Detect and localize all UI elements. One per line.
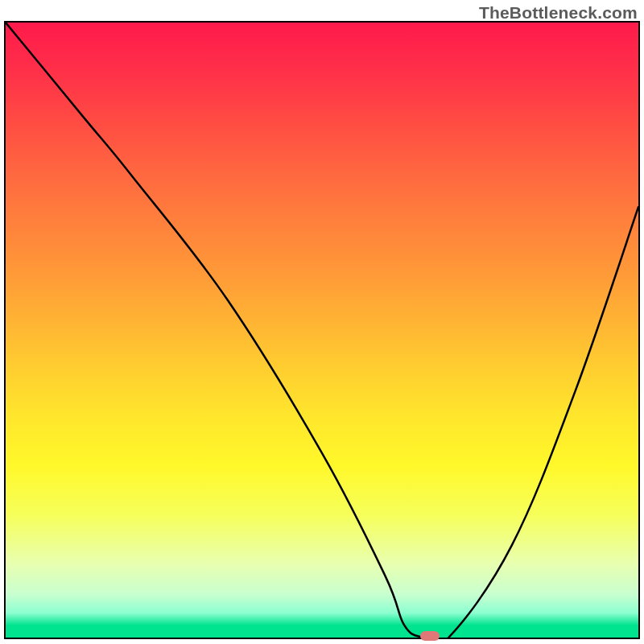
watermark-text: TheBottleneck.com — [479, 3, 638, 23]
bottleneck-curve — [6, 23, 638, 638]
chart-frame — [4, 21, 640, 639]
optimal-marker — [420, 631, 440, 641]
